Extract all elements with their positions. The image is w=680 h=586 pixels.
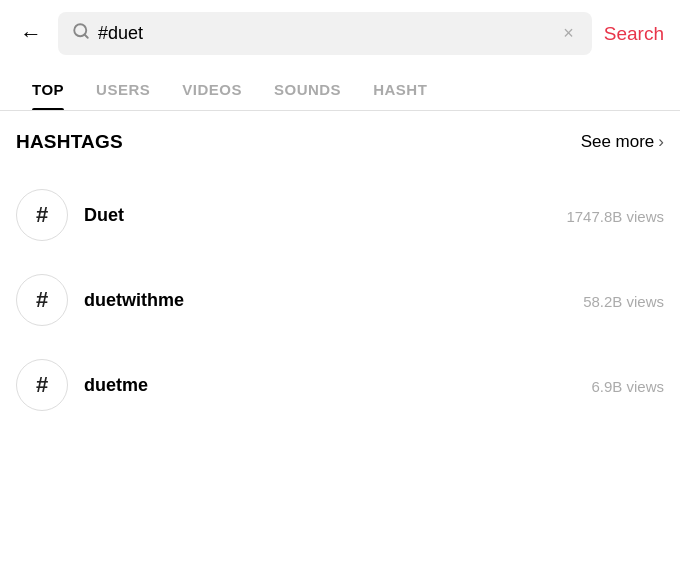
back-button[interactable]: ←: [16, 17, 46, 51]
tab-top[interactable]: TOP: [16, 67, 80, 110]
hashtag-item[interactable]: # duetwithme 58.2B views: [16, 258, 664, 343]
hashtag-icon-circle: #: [16, 189, 68, 241]
header: ← × Search: [0, 0, 680, 67]
svg-line-1: [84, 34, 87, 37]
hashtag-symbol: #: [36, 372, 48, 398]
main-content: HASHTAGS See more › # Duet 1747.8B views…: [0, 111, 680, 428]
section-header: HASHTAGS See more ›: [16, 131, 664, 153]
hashtag-symbol: #: [36, 287, 48, 313]
hashtag-views: 1747.8B views: [566, 208, 664, 225]
hashtag-name: duetme: [84, 375, 575, 396]
search-button[interactable]: Search: [604, 19, 664, 49]
chevron-right-icon: ›: [658, 132, 664, 152]
section-title: HASHTAGS: [16, 131, 123, 153]
search-bar: ×: [58, 12, 592, 55]
hashtag-item[interactable]: # Duet 1747.8B views: [16, 173, 664, 258]
tab-hashtags[interactable]: HASHT: [357, 67, 443, 110]
hashtag-item[interactable]: # duetme 6.9B views: [16, 343, 664, 428]
search-icon: [72, 22, 90, 45]
tab-sounds[interactable]: SOUNDS: [258, 67, 357, 110]
see-more-button[interactable]: See more ›: [581, 132, 664, 152]
hashtag-views: 58.2B views: [583, 293, 664, 310]
tab-videos[interactable]: VIDEOS: [166, 67, 258, 110]
see-more-label: See more: [581, 132, 655, 152]
hashtag-list: # Duet 1747.8B views # duetwithme 58.2B …: [16, 173, 664, 428]
hashtag-symbol: #: [36, 202, 48, 228]
hashtag-icon-circle: #: [16, 274, 68, 326]
search-input[interactable]: [98, 23, 551, 44]
hashtag-name: duetwithme: [84, 290, 567, 311]
hashtag-info: duetme: [84, 375, 575, 396]
clear-button[interactable]: ×: [559, 23, 578, 44]
hashtag-info: duetwithme: [84, 290, 567, 311]
hashtag-icon-circle: #: [16, 359, 68, 411]
tab-users[interactable]: USERS: [80, 67, 166, 110]
hashtag-name: Duet: [84, 205, 550, 226]
hashtag-views: 6.9B views: [591, 378, 664, 395]
tabs-bar: TOP USERS VIDEOS SOUNDS HASHT: [0, 67, 680, 111]
hashtag-info: Duet: [84, 205, 550, 226]
